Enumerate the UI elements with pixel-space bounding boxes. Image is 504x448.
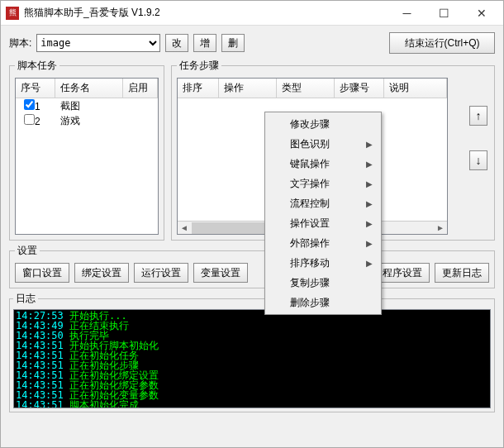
scroll-right-icon[interactable]: ► <box>434 222 447 234</box>
task-checkbox[interactable] <box>24 114 35 125</box>
col-enable[interactable]: 启用 <box>123 79 158 98</box>
app-icon: 熊 <box>6 7 19 20</box>
titlebar[interactable]: 熊 熊猫脚本助手_吾爱专版 V1.9.2 ─ ☐ ✕ <box>1 1 503 26</box>
menu-item[interactable]: 图色识别▶ <box>267 134 379 154</box>
submenu-arrow-icon: ▶ <box>366 199 373 208</box>
log-legend: 日志 <box>13 292 38 306</box>
close-button[interactable]: ✕ <box>463 2 500 25</box>
settings-legend: 设置 <box>15 244 40 258</box>
settings-button[interactable]: 运行设置 <box>134 263 188 283</box>
task-checkbox[interactable] <box>24 99 35 110</box>
settings-group: 设置 窗口设置绑定设置运行设置变量设置视频教程程序设置更新日志 <box>9 244 495 288</box>
submenu-arrow-icon: ▶ <box>366 219 373 228</box>
table-row[interactable]: 2游戏 <box>16 113 158 128</box>
script-label: 脚本: <box>9 36 31 50</box>
col-op[interactable]: 操作 <box>219 79 277 98</box>
menu-item[interactable]: 键鼠操作▶ <box>267 154 379 174</box>
submenu-arrow-icon: ▶ <box>366 179 373 188</box>
menu-item[interactable]: 文字操作▶ <box>267 174 379 193</box>
col-sort[interactable]: 排序 <box>178 79 219 98</box>
minimize-button[interactable]: ─ <box>388 2 426 25</box>
menu-item[interactable]: 复制步骤 <box>267 273 379 293</box>
settings-button[interactable]: 更新日志 <box>435 263 489 283</box>
menu-item[interactable]: 修改步骤 <box>267 114 379 134</box>
delete-button[interactable]: 删 <box>221 34 245 52</box>
col-type[interactable]: 类型 <box>277 79 335 98</box>
settings-button[interactable]: 程序设置 <box>375 263 430 283</box>
menu-item[interactable]: 排序移动▶ <box>267 253 379 273</box>
submenu-arrow-icon: ▶ <box>366 239 373 248</box>
top-toolbar: 脚本: image 改 增 删 结束运行(Ctrl+Q) <box>1 26 503 59</box>
menu-item[interactable]: 操作设置▶ <box>267 213 379 233</box>
tasks-listview[interactable]: 序号 任务名 启用 1截图2游戏 <box>15 78 159 235</box>
settings-button[interactable]: 窗口设置 <box>15 263 69 283</box>
steps-legend: 任务步骤 <box>177 59 221 73</box>
window-title: 熊猫脚本助手_吾爱专版 V1.9.2 <box>24 6 388 20</box>
settings-button[interactable]: 绑定设置 <box>74 263 129 283</box>
tasks-group: 脚本任务 序号 任务名 启用 1截图2游戏 <box>9 59 164 241</box>
move-down-button[interactable]: ↓ <box>469 150 487 170</box>
tasks-legend: 脚本任务 <box>15 59 59 73</box>
edit-button[interactable]: 改 <box>165 34 188 52</box>
main-window: 熊 熊猫脚本助手_吾爱专版 V1.9.2 ─ ☐ ✕ 脚本: image 改 增… <box>0 0 504 448</box>
table-row[interactable]: 1截图 <box>16 98 158 113</box>
menu-item[interactable]: 删除步骤 <box>267 293 379 312</box>
log-textarea[interactable]: 14:27:53 开始执行...14:43:49 正在结束执行14:43:50 … <box>13 309 491 408</box>
scroll-left-icon[interactable]: ◄ <box>178 222 191 234</box>
col-stepno[interactable]: 步骤号 <box>335 79 384 98</box>
script-select[interactable]: image <box>36 34 160 52</box>
add-button[interactable]: 增 <box>193 34 216 52</box>
menu-item[interactable]: 外部操作▶ <box>267 233 379 253</box>
log-group: 日志 14:27:53 开始执行...14:43:49 正在结束执行14:43:… <box>9 292 495 412</box>
col-name[interactable]: 任务名 <box>55 79 123 98</box>
settings-button[interactable]: 变量设置 <box>193 263 248 283</box>
menu-item[interactable]: 流程控制▶ <box>267 193 379 213</box>
col-seq[interactable]: 序号 <box>16 79 55 98</box>
end-run-button[interactable]: 结束运行(Ctrl+Q) <box>389 32 495 54</box>
maximize-button[interactable]: ☐ <box>426 2 463 25</box>
col-desc[interactable]: 说明 <box>384 79 447 98</box>
context-menu[interactable]: 修改步骤图色识别▶键鼠操作▶文字操作▶流程控制▶操作设置▶外部操作▶排序移动▶复… <box>264 112 382 315</box>
move-up-button[interactable]: ↑ <box>469 106 487 126</box>
submenu-arrow-icon: ▶ <box>366 160 373 169</box>
submenu-arrow-icon: ▶ <box>366 140 373 149</box>
submenu-arrow-icon: ▶ <box>366 259 373 268</box>
